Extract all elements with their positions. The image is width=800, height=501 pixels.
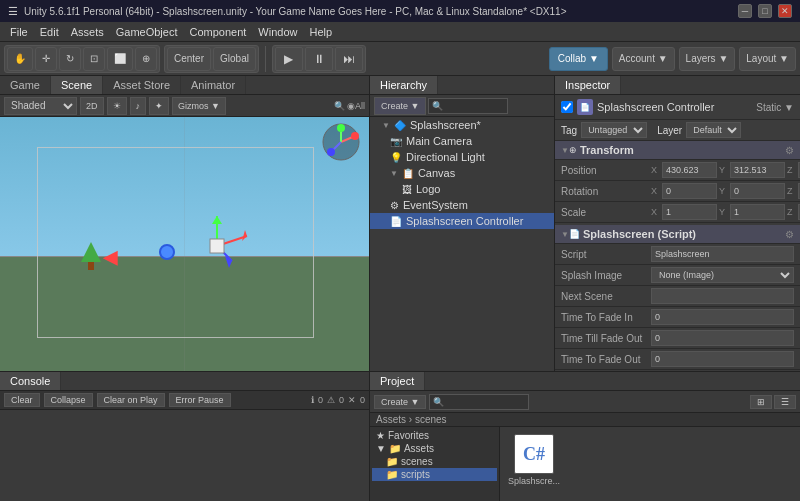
menu-assets[interactable]: Assets [65,25,110,39]
favorites-folder[interactable]: ★ Favorites [372,429,497,442]
collab-button[interactable]: Collab ▼ [549,47,608,71]
audio-button[interactable]: ♪ [130,97,147,115]
rect-tool-button[interactable]: ⬜ [107,47,133,71]
hierarchy-item-main-camera[interactable]: 📷 Main Camera [370,133,554,149]
layers-button[interactable]: Layers ▼ [679,47,736,71]
layout-button[interactable]: Layout ▼ [739,47,796,71]
move-tool-button[interactable]: ✛ [35,47,57,71]
menu-gameobject[interactable]: GameObject [110,25,184,39]
assets-folder[interactable]: ▼ 📁 Assets [372,442,497,455]
scenes-folder[interactable]: 📁 scenes [372,455,497,468]
layer-select[interactable]: Default [686,122,741,138]
rotation-field: Rotation X Y Z [555,181,800,202]
hand-tool-button[interactable]: ✋ [7,47,33,71]
rotate-tool-button[interactable]: ↻ [59,47,81,71]
logo-icon: 🖼 [402,184,412,195]
gizmos-button[interactable]: Gizmos ▼ [172,97,226,115]
hierarchy-create-button[interactable]: Create ▼ [374,97,426,115]
global-button[interactable]: Global [213,47,256,71]
inspector-tab-label: Inspector [565,79,610,91]
time-till-fade-out-input[interactable] [651,330,794,346]
hierarchy-item-dir-light[interactable]: 💡 Directional Light [370,149,554,165]
tab-inspector[interactable]: Inspector [555,76,621,94]
center-row: Game Scene Asset Store Animator Shaded W… [0,76,800,371]
project-search-input[interactable] [429,394,529,410]
tab-game[interactable]: Game [0,76,51,94]
object-active-checkbox[interactable] [561,101,573,113]
lighting-button[interactable]: ☀ [107,97,127,115]
project-tabs: Project [370,372,800,391]
shaded-select[interactable]: Shaded Wireframe [4,97,77,115]
play-button[interactable]: ▶ [275,47,303,71]
scripts-folder[interactable]: 📁 scripts [372,468,497,481]
project-create-button[interactable]: Create ▼ [374,395,426,409]
rot-x-input[interactable] [662,183,717,199]
scene-tabs: Game Scene Asset Store Animator [0,76,369,95]
close-button[interactable]: ✕ [778,4,792,18]
hierarchy-item-logo[interactable]: 🖼 Logo [370,181,554,197]
scale-tool-button[interactable]: ⊡ [83,47,105,71]
tab-project[interactable]: Project [370,372,425,390]
scenes-label: scenes [401,456,433,467]
minimize-button[interactable]: ─ [738,4,752,18]
time-fade-out-input[interactable] [651,351,794,367]
center-button[interactable]: Center [167,47,211,71]
transform-component-header[interactable]: ▼ ⊕ Transform ⚙ [555,141,800,160]
fx-button[interactable]: ✦ [149,97,169,115]
menu-component[interactable]: Component [183,25,252,39]
step-button[interactable]: ⏭ [335,47,363,71]
tab-hierarchy[interactable]: Hierarchy [370,76,438,94]
menu-window[interactable]: Window [252,25,303,39]
transform-gizmo [177,206,257,286]
menu-help[interactable]: Help [303,25,338,39]
script-gear-icon[interactable]: ⚙ [785,229,794,240]
hierarchy-item-splashscreen-controller[interactable]: 📄 Splashscreen Controller [370,213,554,229]
breadcrumb: Assets › scenes [370,413,800,427]
tab-asset-store[interactable]: Asset Store [103,76,181,94]
search-icon: 🔍 [334,101,345,111]
hierarchy-item-canvas[interactable]: ▼ 📋 Canvas [370,165,554,181]
camera-icon: 📷 [390,136,402,147]
splash-image-select[interactable]: None (Image) [651,267,794,283]
scale-y-input[interactable] [730,204,785,220]
error-pause-button[interactable]: Error Pause [169,393,231,407]
asset-item-splashscreen[interactable]: C# Splashscre... [504,431,564,489]
menu-edit[interactable]: Edit [34,25,65,39]
inspector-scroll[interactable]: 📄 Splashscreen Controller Static ▼ Tag U… [555,95,800,371]
pos-x-input[interactable] [662,162,717,178]
script-component-header[interactable]: ▼ 📄 Splashscreen (Script) ⚙ [555,225,800,244]
account-button[interactable]: Account ▼ [612,47,675,71]
scale-x-input[interactable] [662,204,717,220]
pause-button[interactable]: ⏸ [305,47,333,71]
hierarchy-item-splashscreen[interactable]: ▼ 🔷 Splashscreen* [370,117,554,133]
project-view-btn2[interactable]: ☰ [774,395,796,409]
time-fade-in-input[interactable] [651,309,794,325]
scene-view[interactable]: ▶ [0,117,369,371]
project-view-btn1[interactable]: ⊞ [750,395,772,409]
menu-file[interactable]: File [4,25,34,39]
hierarchy-tabs: Hierarchy [370,76,554,95]
clear-on-play-button[interactable]: Clear on Play [97,393,165,407]
transform-tool-button[interactable]: ⊕ [135,47,157,71]
ry-label: Y [719,186,729,196]
script-title: Splashscreen (Script) [583,228,785,240]
static-label[interactable]: Static ▼ [756,102,794,113]
hierarchy-item-eventsystem[interactable]: ⚙ EventSystem [370,197,554,213]
rot-y-input[interactable] [730,183,785,199]
collapse-button[interactable]: Collapse [44,393,93,407]
maximize-button[interactable]: □ [758,4,772,18]
transform-gear-icon[interactable]: ⚙ [785,145,794,156]
tag-select[interactable]: Untagged [581,122,647,138]
clear-button[interactable]: Clear [4,393,40,407]
tab-animator[interactable]: Animator [181,76,246,94]
pos-y-input[interactable] [730,162,785,178]
next-scene-input[interactable] [651,288,794,304]
tab-scene[interactable]: Scene [51,76,103,94]
tab-console[interactable]: Console [0,372,61,390]
script-input[interactable] [651,246,794,262]
expand-icon: ▼ [382,121,390,130]
2d-button[interactable]: 2D [80,97,104,115]
hierarchy-search-input[interactable] [428,98,508,114]
project-toolbar: Create ▼ ⊞ ☰ [370,391,800,413]
orientation-gizmo [321,122,361,164]
